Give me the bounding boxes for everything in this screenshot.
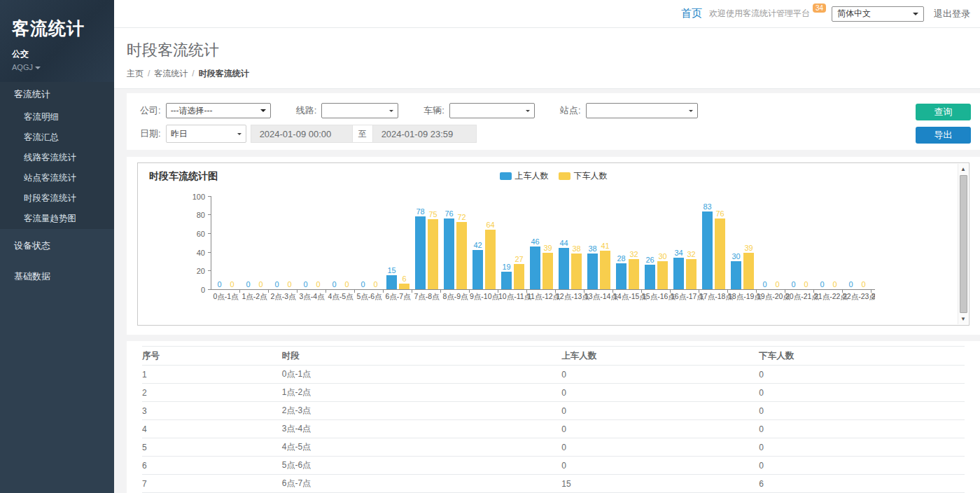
bar-value-label: 42 — [473, 241, 482, 249]
bar-上车人数 — [501, 272, 512, 289]
x-axis-label: 4点-5点 — [326, 290, 355, 302]
sidebar-subitem-客流汇总[interactable]: 客流汇总 — [0, 127, 114, 148]
x-axis-label: 1点-2点 — [240, 290, 269, 302]
scroll-down-arrow-icon[interactable]: ▼ — [958, 314, 969, 324]
table-row: 32点-3点00 — [142, 402, 965, 420]
language-select[interactable]: 简体中文 — [832, 6, 924, 22]
table-cell: 0 — [759, 438, 965, 457]
org-code-dropdown[interactable]: AQGJ — [12, 63, 114, 72]
breadcrumb-item[interactable]: 主页 — [127, 69, 144, 78]
chart-category-group: 4264 — [470, 197, 498, 289]
table-cell: 0 — [561, 384, 759, 402]
bar-value-label: 76 — [715, 209, 724, 218]
date-label: 日期: — [140, 127, 161, 140]
chevron-down-icon — [526, 110, 530, 114]
table-cell: 3 — [142, 402, 282, 420]
sidebar-item-设备状态[interactable]: 设备状态 — [0, 232, 114, 260]
sidebar-item-客流统计[interactable]: 客流统计 — [0, 82, 114, 107]
bar-value-label: 0 — [344, 280, 349, 289]
chart-category-group: 2630 — [642, 197, 671, 289]
chart-category-group: 00 — [814, 197, 843, 289]
bar-value-label: 83 — [703, 202, 711, 211]
x-axis-label: 16点-17点 — [671, 290, 699, 302]
bar-value-label: 38 — [588, 244, 596, 253]
main-area: 首页 欢迎使用客流统计管理平台 34 简体中文 退出登录 时段客流统计 主页/客… — [114, 0, 980, 493]
sidebar-subitem-站点客流统计[interactable]: 站点客流统计 — [0, 168, 114, 188]
scroll-up-arrow-icon[interactable]: ▲ — [958, 164, 969, 174]
x-axis-label: 13点-14点 — [584, 290, 613, 302]
notification-badge[interactable]: 34 — [813, 4, 826, 13]
bar-上车人数 — [616, 263, 626, 289]
table-cell: 0 — [561, 366, 759, 384]
x-axis-label: 8点-9点 — [441, 290, 470, 302]
table-cell: 1点-2点 — [282, 384, 562, 402]
table-row: 43点-4点00 — [142, 420, 965, 438]
sidebar-subitem-线路客流统计[interactable]: 线路客流统计 — [0, 148, 114, 168]
chevron-down-icon — [389, 110, 393, 114]
plot-area: 0000000000001567875767242641927463944383… — [211, 197, 875, 302]
y-axis-tick-label: 60 — [197, 230, 205, 238]
bar-value-label: 0 — [230, 280, 234, 289]
line-select[interactable] — [321, 103, 398, 118]
query-button[interactable]: 查询 — [916, 104, 971, 120]
filter-panel: 公司: ---请选择--- 线路: 车辆: 站点: 日期: 昨日 2024-01… — [127, 93, 980, 150]
table-cell: 4 — [142, 420, 282, 438]
chart-category-group: 3432 — [671, 197, 699, 289]
legend-item-上车人数[interactable]: 上车人数 — [500, 170, 549, 182]
sidebar-menu: 客流统计客流明细客流汇总线路客流统计站点客流统计时段客流统计客流量趋势图设备状态… — [0, 82, 114, 291]
menu-section: 基础数据 — [0, 263, 114, 291]
bar-value-label: 30 — [732, 252, 740, 261]
table-cell: 5点-6点 — [282, 457, 562, 475]
caret-down-icon — [35, 67, 41, 72]
company-select[interactable]: ---请选择--- — [166, 103, 271, 118]
y-axis-tick-label: 40 — [197, 249, 205, 257]
bar-上车人数 — [587, 254, 598, 289]
sidebar-subitem-客流量趋势图[interactable]: 客流量趋势图 — [0, 209, 114, 229]
table-header-序号: 序号 — [142, 347, 282, 366]
date-preset-select[interactable]: 昨日 — [166, 125, 246, 143]
chart-scrollbar[interactable]: ▲ ▼ — [958, 164, 968, 324]
bar-value-label: 28 — [617, 254, 625, 263]
table-cell: 0 — [759, 384, 965, 402]
bar-下车人数 — [542, 253, 553, 289]
y-axis-tick-label: 20 — [197, 267, 205, 275]
org-name: 公交 — [12, 48, 114, 60]
page-title: 时段客流统计 — [127, 40, 980, 61]
date-start-input[interactable]: 2024-01-09 00:00 — [251, 125, 353, 143]
chart-category-group: 00 — [872, 197, 875, 289]
legend-item-下车人数[interactable]: 下车人数 — [559, 170, 608, 182]
export-button[interactable]: 导出 — [916, 127, 971, 144]
bar-value-label: 0 — [360, 280, 365, 289]
breadcrumb-item[interactable]: 客流统计 — [154, 69, 188, 78]
chart-category-group: 156 — [384, 197, 412, 289]
station-select[interactable] — [586, 103, 698, 118]
date-to-label: 至 — [353, 125, 372, 143]
sidebar-item-基础数据[interactable]: 基础数据 — [0, 263, 114, 291]
bar-value-label: 44 — [559, 239, 568, 247]
x-axis-label: 6点-7点 — [384, 290, 412, 302]
sidebar-subitem-时段客流统计[interactable]: 时段客流统计 — [0, 188, 114, 209]
date-end-input[interactable]: 2024-01-09 23:59 — [372, 125, 477, 143]
chart-category-group: 00 — [326, 197, 355, 289]
table-cell: 0 — [759, 457, 965, 475]
bar-上车人数 — [731, 261, 741, 289]
scrollbar-thumb[interactable] — [960, 175, 967, 313]
period-stats-table: 序号时段上车人数下车人数 10点-1点0021点-2点0032点-3点0043点… — [142, 346, 965, 493]
table-row: 10点-1点00 — [142, 366, 965, 384]
bar-上车人数 — [645, 265, 655, 289]
sidebar-subitem-客流明细[interactable]: 客流明细 — [0, 107, 114, 127]
chevron-down-icon — [237, 133, 241, 137]
bar-value-label: 38 — [572, 244, 580, 253]
table-cell: 4点-5点 — [282, 438, 562, 457]
legend-swatch-icon — [500, 172, 512, 180]
bar-value-label: 0 — [775, 280, 779, 289]
table-cell: 1 — [142, 366, 282, 384]
company-label: 公司: — [140, 104, 161, 117]
bar-value-label: 0 — [848, 280, 853, 289]
home-link[interactable]: 首页 — [681, 7, 702, 20]
topbar: 首页 欢迎使用客流统计管理平台 34 简体中文 退出登录 — [114, 0, 980, 28]
vehicle-select[interactable] — [449, 103, 535, 118]
y-axis-tick-label: 80 — [197, 211, 205, 219]
bar-下车人数 — [600, 251, 610, 289]
logout-link[interactable]: 退出登录 — [934, 8, 970, 20]
